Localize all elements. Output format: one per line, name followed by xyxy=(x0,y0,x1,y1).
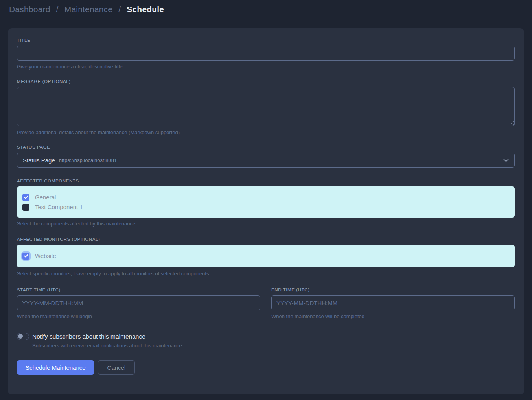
breadcrumb-separator: / xyxy=(118,5,121,14)
end-time-label: END TIME (UTC) xyxy=(271,288,515,292)
checkbox-general[interactable] xyxy=(22,194,29,201)
affected-monitors-group: AFFECTED MONITORS (OPTIONAL) Website Sel… xyxy=(17,237,515,276)
schedule-maintenance-button[interactable]: Schedule Maintenance xyxy=(17,360,94,375)
affected-components-label: AFFECTED COMPONENTS xyxy=(17,179,515,183)
status-page-selected-url: https://hsp.localhost:8081 xyxy=(59,157,117,163)
cancel-button[interactable]: Cancel xyxy=(98,360,135,375)
status-page-select[interactable]: Status Page https://hsp.localhost:8081 xyxy=(17,153,515,168)
checkbox-website[interactable] xyxy=(22,253,29,260)
notify-subscribers-helper: Subscribers will receive email notificat… xyxy=(32,343,515,348)
components-panel: General Test Component 1 xyxy=(17,186,515,218)
message-textarea[interactable] xyxy=(17,87,515,126)
status-page-selected-name: Status Page xyxy=(23,157,55,164)
schedule-maintenance-form-card: TITLE Give your maintenance a clear, des… xyxy=(8,28,524,394)
title-field-group: TITLE Give your maintenance a clear, des… xyxy=(17,38,515,70)
start-time-input[interactable] xyxy=(17,295,260,310)
affected-components-helper: Select the components affected by this m… xyxy=(17,221,515,227)
time-fields-row: START TIME (UTC) When the maintenance wi… xyxy=(17,288,515,319)
affected-monitors-label: AFFECTED MONITORS (OPTIONAL) xyxy=(17,237,515,241)
component-label[interactable]: General xyxy=(35,194,56,201)
breadcrumb-schedule: Schedule xyxy=(127,5,164,14)
breadcrumb-dashboard[interactable]: Dashboard xyxy=(9,5,50,14)
form-actions: Schedule Maintenance Cancel xyxy=(17,360,515,375)
title-label: TITLE xyxy=(17,38,515,42)
start-time-field-group: START TIME (UTC) When the maintenance wi… xyxy=(17,288,260,319)
component-option-test-component-1[interactable]: Test Component 1 xyxy=(22,202,509,212)
status-page-field-group: STATUS PAGE Status Page https://hsp.loca… xyxy=(17,145,515,168)
affected-monitors-helper: Select specific monitors; leave empty to… xyxy=(17,271,515,276)
breadcrumb-separator: / xyxy=(56,5,59,14)
notify-subscribers-toggle[interactable] xyxy=(17,333,29,340)
message-field-group: MESSAGE (OPTIONAL) Provide additional de… xyxy=(17,79,515,135)
notify-subscribers-group: Notify subscribers about this maintenanc… xyxy=(17,333,515,348)
component-label[interactable]: Test Component 1 xyxy=(35,204,83,210)
notify-subscribers-label[interactable]: Notify subscribers about this maintenanc… xyxy=(32,333,145,340)
start-time-helper: When the maintenance will begin xyxy=(17,313,260,319)
toggle-knob xyxy=(18,334,23,339)
message-label: MESSAGE (OPTIONAL) xyxy=(17,79,515,84)
start-time-label: START TIME (UTC) xyxy=(17,288,260,292)
top-bar: Dashboard / Maintenance / Schedule xyxy=(0,0,532,20)
chevron-down-icon xyxy=(503,159,509,162)
affected-components-group: AFFECTED COMPONENTS General Test Compone… xyxy=(17,179,515,227)
title-helper: Give your maintenance a clear, descripti… xyxy=(17,64,515,70)
checkbox-test-component-1[interactable] xyxy=(22,204,29,211)
monitor-option-website[interactable]: Website xyxy=(22,251,509,261)
message-helper: Provide additional details about the mai… xyxy=(17,129,515,135)
end-time-helper: When the maintenance will be completed xyxy=(271,313,515,319)
component-option-general[interactable]: General xyxy=(22,192,509,202)
title-input[interactable] xyxy=(17,46,515,61)
breadcrumb: Dashboard / Maintenance / Schedule xyxy=(9,5,523,14)
end-time-input[interactable] xyxy=(271,295,515,310)
end-time-field-group: END TIME (UTC) When the maintenance will… xyxy=(271,288,515,319)
status-page-label: STATUS PAGE xyxy=(17,145,515,149)
monitor-label[interactable]: Website xyxy=(35,253,56,259)
monitors-panel: Website xyxy=(17,245,515,267)
breadcrumb-maintenance[interactable]: Maintenance xyxy=(64,5,112,14)
